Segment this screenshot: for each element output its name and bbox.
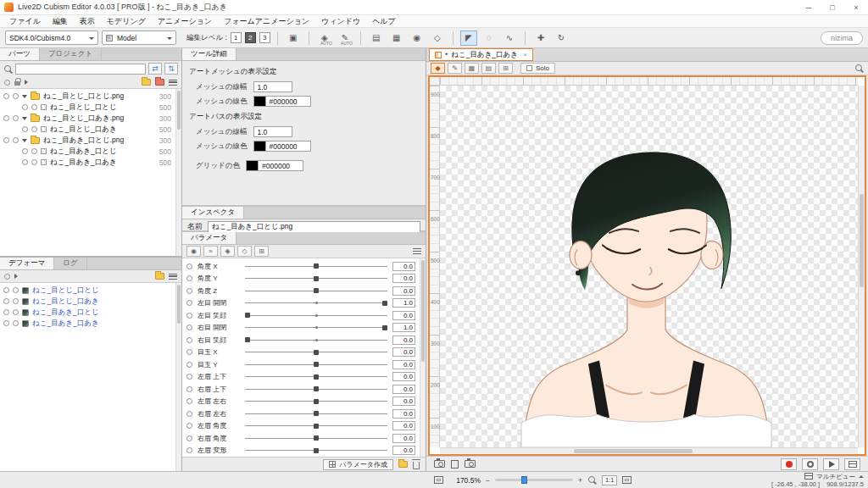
param-slider-knob[interactable] [314, 424, 319, 429]
mesh-view-icon[interactable]: ▦ [465, 63, 479, 74]
param-slider-knob[interactable] [382, 301, 387, 306]
param-slider[interactable] [245, 274, 387, 283]
param-select-icon[interactable] [186, 386, 192, 392]
grid-snap-icon[interactable]: ⊞ [254, 246, 269, 257]
menu-item[interactable]: 表示 [74, 16, 101, 27]
param-slider-knob[interactable] [314, 350, 319, 355]
parts-scrollbar[interactable] [175, 89, 181, 256]
copy-image-icon[interactable] [451, 460, 459, 469]
art-path-icon[interactable]: ◇ [429, 30, 446, 46]
sort-button[interactable]: ⇅ [164, 63, 178, 75]
visibility-toggle-icon[interactable] [3, 137, 9, 143]
param-slider-knob[interactable] [314, 362, 319, 367]
param-value[interactable]: 0.0 [392, 336, 415, 345]
param-slider-knob[interactable] [314, 263, 319, 269]
param-select-icon[interactable] [186, 398, 192, 404]
param-slider-knob[interactable] [245, 337, 250, 342]
menu-icon[interactable] [169, 274, 177, 280]
menu-icon[interactable] [413, 248, 421, 254]
param-slider-knob[interactable] [314, 435, 319, 441]
deformer-tree-row[interactable]: ねこ_目あき_口とじ [0, 307, 181, 318]
tab-log[interactable]: ログ [54, 258, 86, 269]
param-slider-knob[interactable] [314, 288, 319, 293]
param-select-icon[interactable] [186, 423, 192, 429]
canvas-tab[interactable]: * ねこ_目あき_口あき × [429, 48, 533, 61]
param-value[interactable]: 1.0 [392, 298, 415, 308]
visibility-toggle-icon[interactable] [22, 126, 28, 132]
param-select-icon[interactable] [186, 313, 192, 319]
deformer-tree-row[interactable]: ねこ_目あき_口あき [0, 318, 181, 329]
multiview-control[interactable]: マルチビュー [804, 473, 864, 480]
viewport[interactable]: 900 800 700 600 500 400 300 200 100 [428, 75, 866, 456]
mesh-edit-icon[interactable]: ▤ [368, 30, 385, 46]
menu-item[interactable]: アニメーション [152, 16, 218, 27]
capture-settings-camera-icon[interactable] [465, 460, 476, 468]
zoom-level[interactable]: 170.5% [448, 476, 481, 485]
param-value[interactable]: 0.0 [392, 421, 415, 430]
visibility-toggle-icon[interactable] [3, 309, 9, 315]
param-slider[interactable] [245, 286, 387, 295]
parts-tree-row[interactable]: ねこ_目あき_口とじ 500 [0, 146, 181, 157]
parts-tree-row[interactable]: ねこ_目とじ_口あき.png 300 [0, 113, 181, 124]
param-select-icon[interactable] [186, 435, 192, 441]
color-swatch[interactable] [254, 141, 266, 151]
param-value[interactable]: 1.0 [392, 323, 415, 332]
param-select-icon[interactable] [186, 411, 192, 417]
mesh-line-width-input[interactable]: 1.0 [253, 81, 292, 92]
param-slider-knob[interactable] [314, 411, 319, 416]
visibility-toggle-icon[interactable] [3, 287, 9, 293]
menu-icon[interactable] [169, 80, 177, 86]
menu-item[interactable]: モデリング [101, 16, 152, 27]
snapshot-camera-icon[interactable] [434, 460, 445, 468]
edit-toggle-icon[interactable] [31, 148, 37, 154]
zoom-search-icon[interactable] [587, 475, 597, 485]
parts-tree-row[interactable]: ねこ_目とじ_口あき 500 [0, 124, 181, 135]
edit-toggle-icon[interactable] [31, 126, 37, 132]
pan-tool-icon[interactable]: ✚ [532, 30, 549, 46]
grid-toggle-icon[interactable] [622, 476, 632, 484]
model-guide-icon[interactable]: ▣ [285, 30, 302, 46]
param-select-icon[interactable] [186, 337, 192, 343]
param-value[interactable]: 0.0 [392, 409, 415, 419]
expand-icon[interactable] [14, 274, 18, 279]
zoom-out-button[interactable]: − [486, 476, 490, 485]
parts-tree-row[interactable]: ねこ_目あき_口あき 500 [0, 157, 181, 168]
param-slider[interactable] [245, 311, 387, 319]
trash-icon[interactable] [413, 462, 420, 469]
caret-down-icon[interactable] [22, 117, 27, 120]
record-button[interactable] [781, 458, 797, 470]
visibility-toggle-icon[interactable] [3, 115, 9, 121]
param-value[interactable]: 0.0 [392, 372, 415, 381]
param-slider[interactable] [245, 373, 387, 381]
canvas-stage[interactable] [440, 86, 858, 447]
tab-deformer[interactable]: デフォーマ [0, 258, 54, 269]
lock-icon[interactable] [14, 81, 20, 86]
tab-tool-detail[interactable]: ツール詳細 [182, 48, 236, 60]
lasso-tool-icon[interactable]: ◌ [481, 30, 498, 46]
path-line-width-input[interactable]: 1.0 [253, 126, 292, 137]
parts-search-input[interactable] [15, 64, 146, 75]
brush-tool-icon[interactable]: ∿ [501, 30, 518, 46]
param-slider-knob[interactable] [314, 276, 319, 281]
visibility-toggle-icon[interactable] [3, 320, 9, 326]
param-slider-knob[interactable] [314, 448, 319, 453]
param-slider-knob[interactable] [382, 325, 387, 330]
lock-toggle-icon[interactable] [13, 309, 19, 315]
magnet-on-icon[interactable]: ◈ [220, 246, 235, 257]
param-value[interactable]: 0.0 [392, 446, 415, 455]
color-swatch[interactable] [254, 97, 266, 106]
edit-level-button[interactable]: 1 [231, 32, 242, 43]
param-value[interactable]: 0.0 [392, 360, 415, 369]
caret-down-icon[interactable] [22, 95, 27, 98]
delete-folder-icon[interactable] [155, 79, 164, 86]
edit-toggle-icon[interactable] [31, 104, 37, 110]
visibility-toggle-icon[interactable] [22, 104, 28, 110]
param-select-icon[interactable] [186, 324, 192, 330]
mesh-line-color-input[interactable]: #000000 [253, 96, 311, 107]
param-value[interactable]: 0.0 [392, 385, 415, 394]
visibility-all-icon[interactable] [4, 80, 10, 86]
param-slider[interactable] [245, 385, 387, 393]
frames-button[interactable] [844, 458, 860, 470]
param-select-icon[interactable] [186, 447, 192, 453]
art-mesh-icon[interactable]: ▦ [388, 30, 405, 46]
